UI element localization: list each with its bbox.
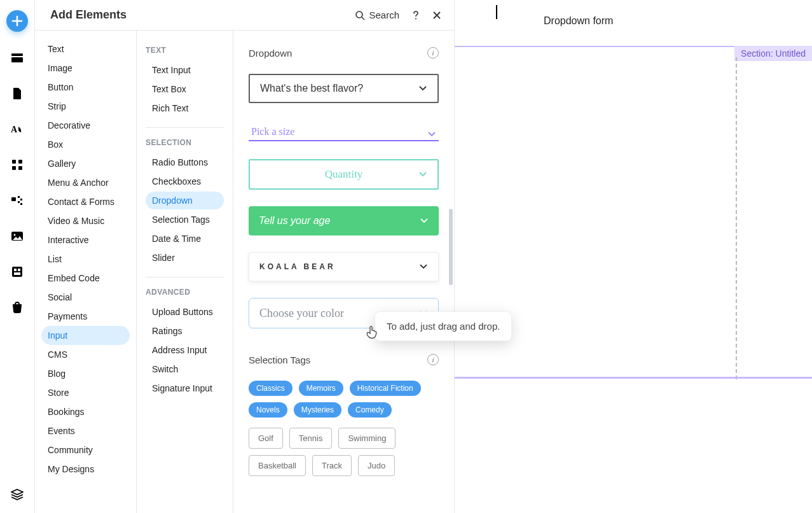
store-rail-icon[interactable] (8, 298, 27, 317)
category-item-list[interactable]: List (41, 249, 130, 269)
subcategory-item-radio-buttons[interactable]: Radio Buttons (146, 153, 224, 171)
category-item-box[interactable]: Box (41, 135, 130, 154)
svg-rect-0 (11, 53, 23, 56)
svg-rect-12 (18, 269, 20, 271)
tag-box[interactable]: Golf (249, 428, 283, 449)
dropdown-preset-4[interactable]: Tell us your age (249, 206, 439, 235)
selection-tags-preset-gray[interactable]: GolfTennisSwimmingBasketballTrackJudo (249, 428, 439, 476)
category-item-my-designs[interactable]: My Designs (41, 460, 130, 479)
info-icon[interactable]: i (427, 47, 439, 59)
panel-search[interactable]: Search (355, 10, 399, 20)
category-item-blog[interactable]: Blog (41, 364, 130, 383)
category-item-cms[interactable]: CMS (41, 345, 130, 364)
subcategory-item-ratings[interactable]: Ratings (146, 322, 224, 340)
svg-point-15 (356, 11, 362, 18)
svg-rect-13 (14, 272, 20, 275)
svg-rect-11 (14, 269, 17, 271)
category-item-interactive[interactable]: Interactive (41, 230, 130, 249)
info-icon[interactable]: i (427, 354, 439, 365)
dropdown-preset-2[interactable]: Pick a size (249, 120, 439, 141)
chevron-down-icon (419, 264, 428, 270)
dropdown-preset-1[interactable]: What's the best flavor? (249, 74, 439, 103)
tag-box[interactable]: Track (312, 455, 352, 476)
sections-icon[interactable] (8, 48, 27, 67)
category-item-embed-code[interactable]: Embed Code (41, 269, 130, 288)
svg-rect-5 (12, 166, 16, 170)
tag-pill[interactable]: Historical Fiction (350, 381, 421, 396)
tag-box[interactable]: Judo (358, 455, 395, 476)
cms-rail-icon[interactable] (8, 262, 27, 281)
category-item-menu-anchor[interactable]: Menu & Anchor (41, 173, 130, 192)
theme-icon[interactable]: A (8, 120, 27, 139)
tag-pill[interactable]: Comedy (348, 402, 392, 418)
page-title: Dropdown form (544, 15, 613, 27)
panel-title: Add Elements (50, 8, 355, 22)
editor-canvas[interactable]: Dropdown form Section: Untitled (455, 0, 812, 513)
category-item-button[interactable]: Button (41, 78, 130, 97)
category-item-text[interactable]: Text (41, 39, 130, 59)
subcategory-item-slider[interactable]: Slider (146, 249, 224, 267)
tag-pill[interactable]: Novels (249, 402, 287, 418)
tag-pill[interactable]: Classics (249, 381, 292, 396)
tag-pill[interactable]: Memoirs (299, 381, 343, 396)
category-item-social[interactable]: Social (41, 288, 130, 307)
category-item-gallery[interactable]: Gallery (41, 154, 130, 173)
category-item-decorative[interactable]: Decorative (41, 116, 130, 135)
section-label[interactable]: Section: Untitled (734, 46, 812, 61)
media-icon[interactable] (8, 227, 27, 246)
drag-drop-tooltip: To add, just drag and drop. (375, 311, 512, 341)
search-label: Search (369, 10, 399, 20)
apps-icon[interactable] (8, 155, 27, 174)
category-item-payments[interactable]: Payments (41, 307, 130, 326)
subcategory-item-signature-input[interactable]: Signature Input (146, 379, 224, 397)
subcategory-item-text-box[interactable]: Text Box (146, 80, 224, 98)
category-item-image[interactable]: Image (41, 59, 130, 78)
subcategory-item-upload-buttons[interactable]: Upload Buttons (146, 303, 224, 321)
chevron-down-icon (427, 131, 436, 137)
svg-rect-7 (11, 197, 16, 201)
dropdown-preset-3[interactable]: Quantity (249, 159, 439, 190)
subcategory-item-text-input[interactable]: Text Input (146, 61, 224, 79)
layers-icon[interactable] (8, 485, 27, 504)
category-item-store[interactable]: Store (41, 383, 130, 402)
svg-rect-1 (11, 57, 23, 62)
subcategory-item-selection-tags[interactable]: Selection Tags (146, 211, 224, 228)
tag-box[interactable]: Tennis (289, 428, 333, 449)
preview-heading-dropdown: Dropdown i (249, 47, 439, 59)
subcategory-item-rich-text[interactable]: Rich Text (146, 99, 224, 117)
category-item-strip[interactable]: Strip (41, 97, 130, 116)
subcategory-item-switch[interactable]: Switch (146, 360, 224, 378)
ruler-mark (496, 5, 497, 19)
tag-pill[interactable]: Mysteries (294, 402, 341, 418)
cursor-hand-icon (366, 325, 378, 339)
chevron-down-icon (418, 171, 427, 178)
selection-tags-preset-blue[interactable]: ClassicsMemoirsHistorical FictionNovelsM… (249, 381, 439, 418)
dropdown-preset-5[interactable]: KOALA BEAR (249, 252, 439, 281)
category-item-video-music[interactable]: Video & Music (41, 211, 130, 230)
category-item-community[interactable]: Community (41, 440, 130, 460)
close-panel-button[interactable] (432, 11, 441, 20)
category-item-events[interactable]: Events (41, 421, 130, 440)
subcategory-item-date-time[interactable]: Date & Time (146, 230, 224, 248)
category-item-input[interactable]: Input (41, 326, 130, 345)
svg-rect-3 (12, 160, 16, 164)
pages-icon[interactable] (8, 84, 27, 103)
subcategory-item-dropdown[interactable]: Dropdown (146, 192, 224, 209)
add-elements-rail-button[interactable] (6, 10, 28, 32)
search-icon (355, 10, 365, 20)
chevron-down-icon (418, 85, 427, 92)
subcategory-item-checkboxes[interactable]: Checkboxes (146, 172, 224, 190)
section-bottom-border (455, 377, 812, 379)
section-guide-right (736, 57, 737, 379)
svg-rect-10 (12, 267, 22, 277)
business-icon[interactable] (8, 191, 27, 210)
category-item-contact-forms[interactable]: Contact & Forms (41, 192, 130, 211)
help-button[interactable] (411, 10, 421, 20)
tag-box[interactable]: Swimming (338, 428, 396, 449)
subcategory-item-address-input[interactable]: Address Input (146, 341, 224, 359)
category-item-bookings[interactable]: Bookings (41, 402, 130, 421)
svg-point-9 (14, 234, 16, 236)
tag-box[interactable]: Basketball (249, 455, 306, 476)
scrollbar-thumb[interactable] (449, 209, 453, 285)
subcategory-heading: SELECTION (146, 138, 224, 147)
